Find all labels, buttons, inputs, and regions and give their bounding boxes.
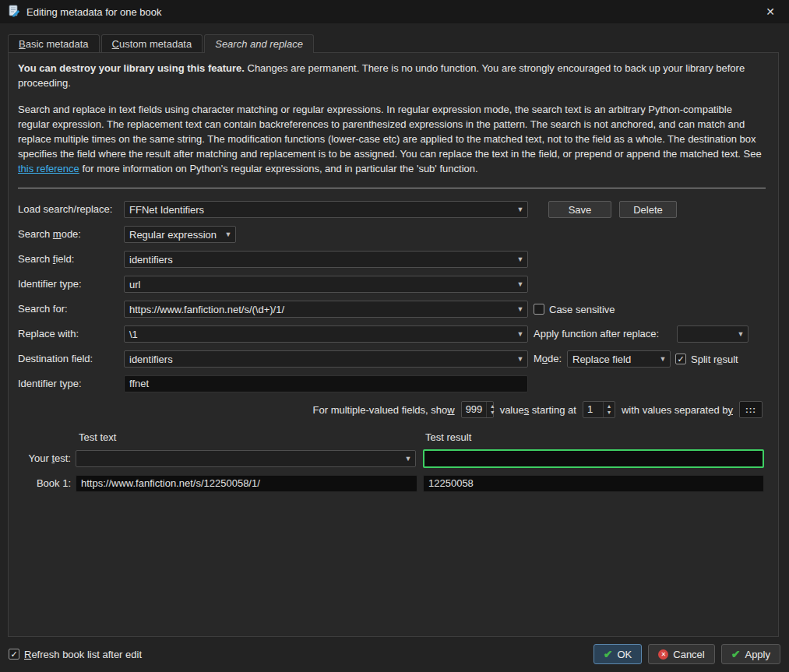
separator-button[interactable]: ::: [739, 401, 763, 418]
titlebar: Editing metadata for one book ✕ [0, 0, 789, 23]
identifier-type-label: Identifier type: [18, 276, 82, 293]
your-test-label: Your test: [15, 450, 71, 467]
apply-button-label: Apply [745, 649, 770, 660]
close-icon[interactable]: ✕ [759, 0, 781, 23]
book1-test-text-field: https://www.fanfiction.net/s/12250058/1/ [76, 475, 417, 492]
apply-function-label: Apply function after replace: [534, 325, 659, 343]
test-text-header: Test text [79, 431, 116, 443]
dialog-footer: Refresh book list after edit ✔ OK ✕ Canc… [0, 642, 789, 667]
checkbox-box [9, 649, 19, 660]
search-replace-panel: You can destroy your library using this … [8, 52, 779, 637]
intro-text: You can destroy your library using this … [18, 61, 763, 176]
ok-button[interactable]: ✔ OK [594, 644, 643, 664]
split-result-checkbox[interactable]: Split result [675, 350, 738, 368]
refresh-book-list-label: Refresh book list after edit [24, 649, 142, 660]
search-mode-label: Search mode: [18, 226, 81, 243]
warning-bold: You can destroy your library using this … [18, 62, 245, 74]
spinner-arrows-icon[interactable]: ▴▾ [486, 402, 498, 417]
checkbox-box [534, 304, 544, 315]
save-button[interactable]: Save [548, 201, 611, 218]
window-title: Editing metadata for one book [26, 6, 161, 18]
destination-field-select[interactable]: identifiers ▼ [124, 350, 528, 368]
case-sensitive-label: Case sensitive [549, 304, 615, 315]
chevron-down-icon: ▼ [401, 455, 415, 463]
chevron-down-icon: ▼ [513, 206, 527, 213]
chevron-down-icon: ▼ [513, 330, 527, 338]
multi-start-label: values starting at [500, 404, 576, 416]
multi-start-spinner[interactable]: 1 ▴▾ [583, 401, 615, 418]
tab-custom-metadata[interactable]: Custom metadata [101, 34, 203, 52]
tab-basic-metadata[interactable]: Basic metadata [8, 34, 100, 52]
multi-show-spinner[interactable]: 999 ▴▾ [461, 401, 494, 418]
search-field-select[interactable]: identifiers ▼ [124, 251, 528, 268]
multi-show-value: 999 [462, 402, 487, 417]
edit-metadata-dialog: Editing metadata for one book ✕ Basic me… [0, 0, 789, 672]
cancel-button[interactable]: ✕ Cancel [648, 644, 714, 664]
chevron-down-icon: ▼ [221, 230, 235, 238]
load-search-replace-select[interactable]: FFNet Identifiers ▼ [124, 201, 528, 218]
cancel-x-icon: ✕ [658, 649, 668, 660]
identifier-type-select[interactable]: url ▼ [124, 276, 528, 293]
chevron-down-icon: ▼ [513, 355, 527, 363]
multiple-values-row: For multiple-valued fields, show 999 ▴▾ … [9, 401, 763, 418]
ok-button-label: OK [617, 649, 632, 660]
chevron-down-icon: ▼ [656, 355, 670, 363]
warning-paragraph: You can destroy your library using this … [18, 61, 763, 90]
checkbox-box [675, 354, 686, 364]
identifier-type-value: url [125, 279, 513, 290]
apply-button[interactable]: ✔ Apply [721, 644, 780, 664]
load-search-replace-label: Load search/replace: [18, 201, 112, 218]
search-field-value: identifiers [125, 254, 513, 266]
replace-with-value: \1 [125, 329, 513, 340]
split-result-label: Split result [691, 354, 738, 365]
your-test-result-field [423, 449, 764, 468]
search-field-label: Search field: [18, 251, 74, 268]
chevron-down-icon: ▼ [513, 305, 527, 313]
dest-identifier-type-label: Identifier type: [18, 375, 82, 392]
edit-metadata-icon [8, 5, 20, 19]
footer-buttons: ✔ OK ✕ Cancel ✔ Apply [594, 644, 780, 664]
delete-button[interactable]: Delete [619, 201, 677, 218]
description-text-2: for more information on Python's regular… [79, 163, 478, 174]
section-divider [18, 188, 766, 188]
refresh-book-list-checkbox[interactable]: Refresh book list after edit [9, 646, 142, 663]
multi-start-value: 1 [583, 402, 603, 417]
mode-label: Mode: [534, 350, 562, 368]
search-for-label: Search for: [18, 301, 68, 318]
dest-identifier-type-input[interactable]: ffnet [124, 375, 528, 392]
destination-field-label: Destination field: [18, 350, 93, 368]
your-test-input[interactable]: ▼ [76, 450, 416, 467]
chevron-down-icon: ▼ [734, 330, 748, 338]
this-reference-link[interactable]: this reference [18, 163, 79, 174]
ok-check-icon: ✔ [604, 649, 613, 660]
description-paragraph: Search and replace in text fields using … [18, 102, 763, 176]
tab-bar: Basic metadata Custom metadata Search an… [8, 34, 315, 52]
chevron-down-icon: ▼ [513, 255, 527, 263]
search-for-input[interactable]: https://www.fanfiction.net/s/(\d+)/1/ ▼ [124, 301, 528, 318]
mode-select[interactable]: Replace field ▼ [567, 350, 671, 368]
search-mode-select[interactable]: Regular expression ▼ [124, 226, 236, 243]
book1-label: Book 1: [15, 475, 71, 492]
load-search-replace-value: FFNet Identifiers [125, 204, 513, 216]
replace-with-label: Replace with: [18, 325, 79, 343]
destination-field-value: identifiers [125, 354, 513, 365]
apply-check-icon: ✔ [731, 649, 741, 660]
spinner-arrows-icon[interactable]: ▴▾ [603, 402, 615, 417]
replace-with-input[interactable]: \1 ▼ [124, 325, 528, 343]
test-result-header: Test result [425, 431, 471, 443]
tab-search-and-replace[interactable]: Search and replace [204, 34, 314, 53]
apply-function-select[interactable]: ▼ [677, 325, 748, 343]
description-text-1: Search and replace in text fields using … [18, 104, 762, 160]
cancel-button-label: Cancel [673, 649, 704, 660]
multi-separator-label: with values separated by [622, 404, 733, 416]
chevron-down-icon: ▼ [513, 280, 527, 288]
search-for-value: https://www.fanfiction.net/s/(\d+)/1/ [125, 304, 513, 315]
case-sensitive-checkbox[interactable]: Case sensitive [534, 301, 615, 318]
multi-show-label: For multiple-valued fields, show [313, 404, 455, 416]
search-mode-value: Regular expression [125, 229, 221, 241]
mode-value: Replace field [568, 354, 656, 365]
book1-test-result-field: 12250058 [423, 475, 764, 492]
